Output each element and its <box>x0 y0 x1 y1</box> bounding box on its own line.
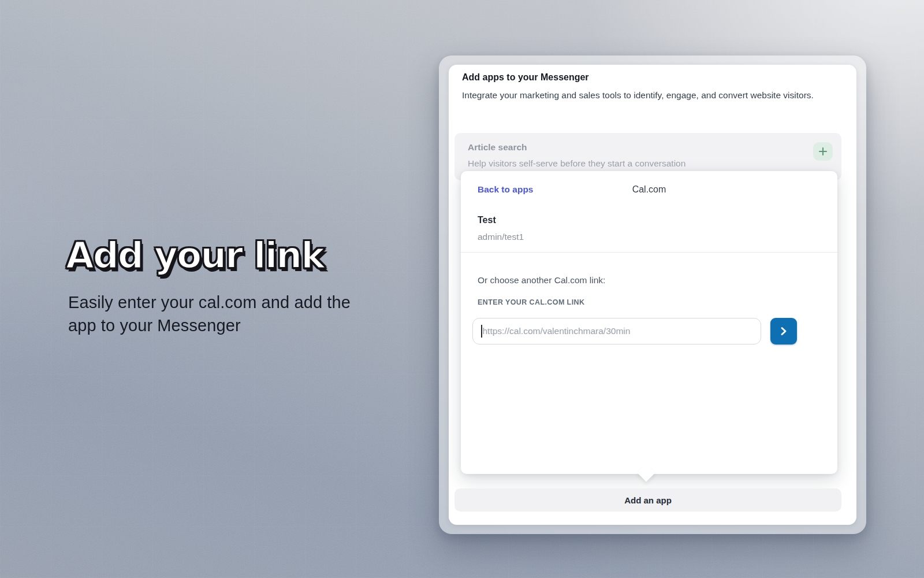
text-caret <box>481 325 482 338</box>
selected-link-name[interactable]: Test <box>478 215 496 225</box>
cal-link-input[interactable]: https://cal.com/valentinchmara/30min <box>472 318 761 344</box>
panel-divider <box>461 252 837 253</box>
messenger-card: Add apps to your Messenger Integrate you… <box>449 65 856 525</box>
card-title: Add apps to your Messenger <box>462 72 589 83</box>
cal-link-placeholder: https://cal.com/valentinchmara/30min <box>483 326 631 336</box>
hero-title: Add your link <box>66 234 324 276</box>
cal-panel-title: Cal.com <box>461 184 837 195</box>
card-description: Integrate your marketing and sales tools… <box>462 87 823 103</box>
add-article-search-button[interactable] <box>813 142 833 161</box>
choose-another-label: Or choose another Cal.com link: <box>478 275 605 286</box>
cal-app-panel: Back to apps Cal.com Test admin/test1 Or… <box>461 171 837 474</box>
hero-subtitle: Easily enter your cal.com and add the ap… <box>68 291 383 337</box>
panel-caret-pointer <box>637 464 655 481</box>
add-an-app-button[interactable]: Add an app <box>454 488 841 512</box>
article-search-title: Article search <box>468 142 527 153</box>
plus-icon <box>818 146 828 157</box>
selected-link-path: admin/test1 <box>478 232 524 242</box>
page-background: Add your link Easily enter your cal.com … <box>0 0 924 578</box>
cal-link-input-label: ENTER YOUR CAL.COM LINK <box>478 298 584 306</box>
submit-link-button[interactable] <box>770 318 797 344</box>
article-search-description: Help visitors self-serve before they sta… <box>468 158 685 169</box>
chevron-right-icon <box>778 326 789 336</box>
